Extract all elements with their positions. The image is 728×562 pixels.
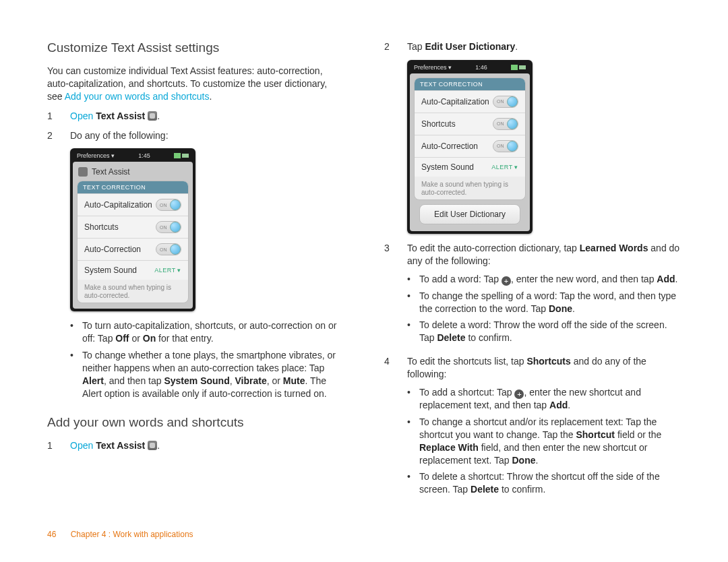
row-system-sound[interactable]: System SoundALERT ▾ [78,260,188,280]
list-item: To turn auto-capitalization, shortcuts, … [70,319,344,345]
list-item: To add a word: Tap +, enter the new word… [407,273,681,286]
row-auto-cap[interactable]: Auto-Capitalization [415,90,525,113]
battery-icon [519,65,526,69]
link-open[interactable]: Open [70,111,93,121]
status-time: 1:46 [475,64,487,71]
list-item: To delete a word: Throw the word off the… [407,319,681,344]
alert-value[interactable]: ALERT ▾ [491,164,518,170]
status-app: Preferences ▾ [414,64,452,71]
list-item: To change whether a tone plays, the smar… [70,349,344,400]
text-assist-icon [148,111,157,121]
link-open[interactable]: Open [70,440,93,451]
step-number: 1 [47,110,57,123]
toggle-on[interactable] [156,199,181,211]
section-header: TEXT CORRECTION [415,78,525,90]
section-header: TEXT CORRECTION [78,181,188,193]
toggle-on[interactable] [156,243,181,255]
alert-value[interactable]: ALERT ▾ [154,267,181,274]
status-time: 1:45 [138,152,150,159]
heading-add-words: Add your own words and shortcuts [47,415,344,430]
signal-icon [511,65,518,70]
edit-user-dictionary-button[interactable]: Edit User Dictionary [419,204,520,224]
plus-icon: + [502,276,511,286]
toggle-on[interactable] [156,221,181,233]
list-item: To add a shortcut: Tap +, enter the new … [407,386,681,412]
step-text: Do any of the following: [70,129,344,142]
screenshot-text-assist-1: Preferences ▾ 1:45 Text Assist TEXT CORR… [70,148,195,311]
note-text: Make a sound when typing is auto-correct… [78,280,188,303]
toggle-on[interactable] [493,118,518,130]
row-system-sound[interactable]: System SoundALERT ▾ [415,157,525,177]
row-shortcuts[interactable]: Shortcuts [415,113,525,135]
screenshot-text-assist-2: Preferences ▾ 1:46 TEXT CORRECTION Auto-… [407,60,533,234]
list-item: To delete a shortcut: Throw the shortcut… [407,470,681,496]
intro-paragraph: You can customize individual Text Assist… [47,65,344,103]
row-auto-correction[interactable]: Auto-Correction [78,238,188,260]
text-assist-icon [148,441,157,450]
list-item: To change the spelling of a word: Tap th… [407,290,681,315]
note-text: Make a sound when typing is auto-correct… [415,177,525,199]
step-number: 1 [47,439,57,452]
page-number: 46 [47,530,56,539]
plus-icon: + [514,389,524,399]
row-auto-correction[interactable]: Auto-Correction [415,135,525,157]
row-shortcuts[interactable]: Shortcuts [78,216,188,238]
left-column: Customize Text Assist settings You can c… [47,40,344,507]
battery-icon [182,154,189,158]
link-add-words[interactable]: Add your own words and shortcuts [65,91,210,102]
step-number: 2 [47,129,57,142]
page-footer: 46 Chapter 4 : Work with applications [47,530,193,539]
toggle-on[interactable] [493,140,518,152]
list-item: To change a shortcut and/or its replacem… [407,416,681,467]
step-number: 4 [384,355,394,500]
heading-customize: Customize Text Assist settings [47,40,344,55]
status-app: Preferences ▾ [77,152,115,159]
chapter-label: Chapter 4 : Work with applications [71,530,193,539]
toggle-on[interactable] [493,96,518,108]
right-column: 2 Tap Edit User Dictionary. Preferences … [384,40,681,507]
row-auto-cap[interactable]: Auto-Capitalization [78,193,188,216]
signal-icon [174,153,181,158]
step-number: 3 [384,242,394,348]
step-number: 2 [384,40,394,53]
text-assist-icon [78,167,88,177]
